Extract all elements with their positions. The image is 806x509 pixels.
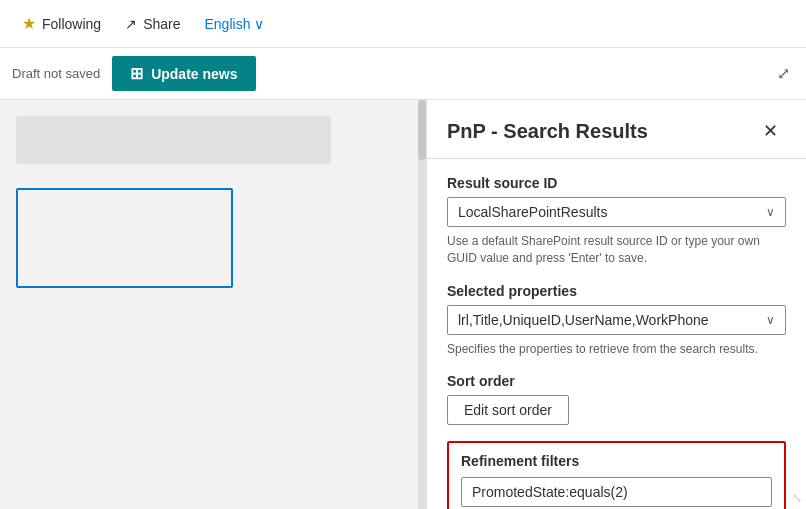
following-label: Following: [42, 16, 101, 32]
refinement-filters-section: Refinement filters: [447, 441, 786, 509]
share-icon: ↗: [125, 16, 137, 32]
news-icon: ⊞: [130, 64, 143, 83]
update-news-label: Update news: [151, 66, 237, 82]
chevron-down-icon: ∨: [254, 16, 264, 32]
refinement-filters-input[interactable]: [461, 477, 772, 507]
following-button[interactable]: ★ Following: [12, 8, 111, 39]
chevron-down-icon: ∨: [766, 205, 775, 219]
result-source-value: LocalSharePointResults: [458, 204, 607, 220]
editor-toolbar: Draft not saved ⊞ Update news ⤢: [0, 48, 806, 100]
panel-header: PnP - Search Results ✕: [427, 100, 806, 159]
close-button[interactable]: ✕: [755, 116, 786, 146]
language-button[interactable]: English ∨: [195, 10, 275, 38]
content-placeholder-2: [16, 188, 233, 288]
main-area: PnP - Search Results ✕ Result source ID …: [0, 100, 806, 509]
resize-handle-icon[interactable]: ⤡: [792, 491, 802, 505]
scrollbar[interactable]: [418, 100, 426, 509]
language-label: English: [205, 16, 251, 32]
panel-body: Result source ID LocalSharePointResults …: [427, 159, 806, 509]
panel-title: PnP - Search Results: [447, 120, 648, 143]
edit-sort-order-button[interactable]: Edit sort order: [447, 395, 569, 425]
result-source-description: Use a default SharePoint result source I…: [447, 233, 786, 267]
expand-icon[interactable]: ⤢: [773, 60, 794, 87]
refinement-filters-label: Refinement filters: [461, 453, 772, 469]
draft-status: Draft not saved: [12, 66, 100, 81]
selected-properties-label: Selected properties: [447, 283, 786, 299]
share-button[interactable]: ↗ Share: [115, 10, 190, 38]
update-news-button[interactable]: ⊞ Update news: [112, 56, 255, 91]
share-label: Share: [143, 16, 180, 32]
selected-properties-description: Specifies the properties to retrieve fro…: [447, 341, 786, 358]
content-placeholder-1: [16, 116, 331, 164]
result-source-dropdown[interactable]: LocalSharePointResults ∨: [447, 197, 786, 227]
left-content-panel: [0, 100, 426, 509]
selected-properties-field: Selected properties lrl,Title,UniqueID,U…: [447, 283, 786, 358]
scroll-thumb[interactable]: [418, 100, 426, 160]
selected-properties-value: lrl,Title,UniqueID,UserName,WorkPhone: [458, 312, 709, 328]
chevron-down-icon: ∨: [766, 313, 775, 327]
sort-order-label: Sort order: [447, 373, 786, 389]
result-source-label: Result source ID: [447, 175, 786, 191]
result-source-field: Result source ID LocalSharePointResults …: [447, 175, 786, 267]
star-icon: ★: [22, 14, 36, 33]
right-panel: PnP - Search Results ✕ Result source ID …: [426, 100, 806, 509]
sort-order-field: Sort order Edit sort order: [447, 373, 786, 425]
selected-properties-dropdown[interactable]: lrl,Title,UniqueID,UserName,WorkPhone ∨: [447, 305, 786, 335]
top-nav-bar: ★ Following ↗ Share English ∨: [0, 0, 806, 48]
